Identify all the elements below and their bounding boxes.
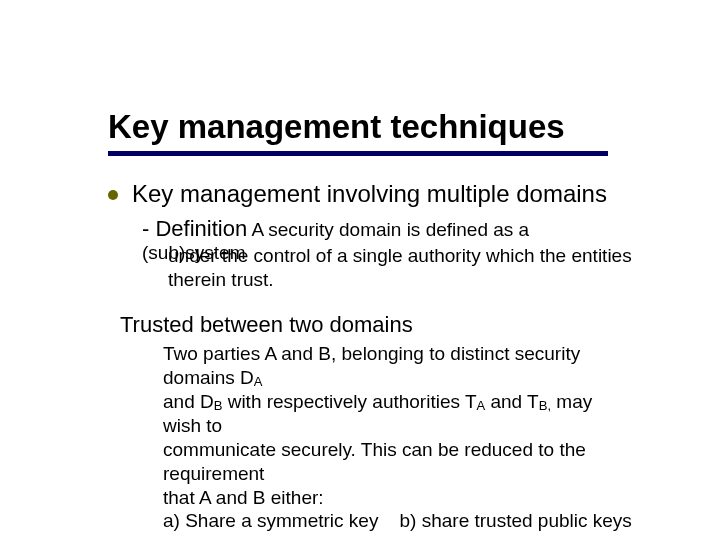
slide-title: Key management techniques xyxy=(108,108,565,146)
trusted-paragraph: Two parties A and B, belonging to distin… xyxy=(163,342,633,533)
slide: { "title": "Key management techniques", … xyxy=(0,0,720,540)
para-text: with respectively authorities T xyxy=(222,391,476,412)
definition-text-rest: under the control of a single authority … xyxy=(168,244,632,292)
bullet-text: Key management involving multiple domain… xyxy=(132,180,607,208)
para-text: communicate securely. This can be reduce… xyxy=(163,439,586,484)
subscript-a: A xyxy=(254,374,263,389)
para-text: that A and B either: xyxy=(163,487,324,508)
dash-icon: - xyxy=(142,216,155,242)
title-underline xyxy=(108,151,608,156)
para-text: and T xyxy=(485,391,539,412)
para-text: a) Share a symmetric key b) share truste… xyxy=(163,510,632,531)
subscript-a2: A xyxy=(477,398,486,413)
subscript-b2: B, xyxy=(539,398,551,413)
bullet-icon xyxy=(108,190,118,200)
para-text: and D xyxy=(163,391,214,412)
definition-label: Definition xyxy=(155,216,247,241)
trusted-heading: Trusted between two domains xyxy=(120,312,413,338)
para-text: Two parties A and B, belonging to distin… xyxy=(163,343,580,388)
